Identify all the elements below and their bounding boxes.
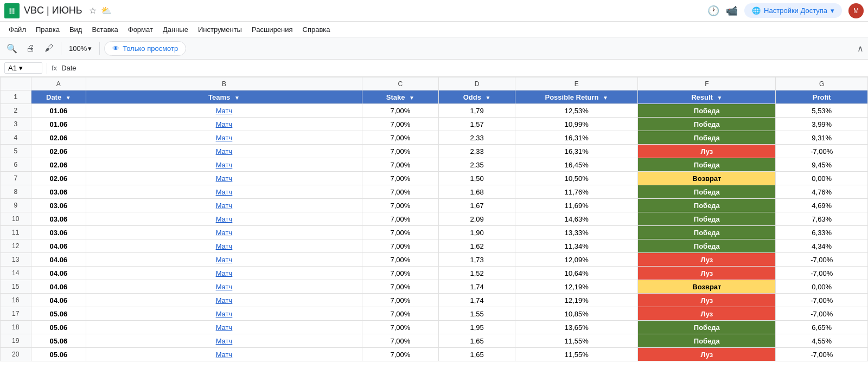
cell-date: 05.06 — [31, 334, 86, 348]
search-button[interactable]: 🔍 — [4, 41, 20, 56]
menu-tools[interactable]: Инструменты — [194, 24, 246, 35]
cell-teams[interactable]: Матч — [86, 131, 362, 145]
header-stake: Stake ▼ — [362, 90, 438, 104]
cell-teams[interactable]: Матч — [86, 104, 362, 118]
cell-teams[interactable]: Матч — [86, 267, 362, 280]
collapse-toolbar-icon[interactable]: ∧ — [857, 43, 864, 54]
table-row: 1103.06Матч7,00%1,9013,33%Победа6,33% — [1, 226, 868, 239]
cell-teams[interactable]: Матч — [86, 239, 362, 253]
cell-teams[interactable]: Матч — [86, 172, 362, 185]
formula-content: Date — [61, 64, 76, 72]
cell-profit: 6,65% — [776, 321, 868, 334]
menu-data[interactable]: Данные — [158, 24, 193, 35]
cell-teams[interactable]: Матч — [86, 280, 362, 294]
row-num-7: 7 — [1, 172, 31, 185]
row-num-15: 15 — [1, 280, 31, 294]
cell-teams[interactable]: Матч — [86, 307, 362, 321]
cell-teams[interactable]: Матч — [86, 334, 362, 348]
history-icon[interactable]: 🕐 — [707, 5, 719, 17]
cell-date: 03.06 — [31, 185, 86, 199]
app-icon — [4, 3, 20, 18]
table-row: 1905.06Матч7,00%1,6511,55%Победа4,55% — [1, 334, 868, 348]
menu-edit[interactable]: Правка — [31, 24, 64, 35]
col-header-g[interactable]: G — [776, 77, 868, 90]
avatar[interactable]: M — [848, 3, 864, 18]
video-icon[interactable]: 📹 — [726, 5, 738, 17]
header-teams: Teams ▼ — [86, 90, 362, 104]
col-header-d[interactable]: D — [438, 77, 515, 90]
row-num-1: 1 — [1, 90, 31, 104]
header-row: 1 Date ▼ Teams ▼ Stake ▼ Odds ▼ Possible… — [1, 90, 868, 104]
cell-result: Луз — [638, 267, 776, 280]
view-mode-button[interactable]: 👁 Только просмотр — [104, 41, 186, 56]
cell-teams[interactable]: Матч — [86, 226, 362, 239]
cell-teams[interactable]: Матч — [86, 185, 362, 199]
menu-format[interactable]: Формат — [124, 24, 157, 35]
row-num-14: 14 — [1, 267, 31, 280]
cell-stake: 7,00% — [362, 172, 438, 185]
cell-teams[interactable]: Матч — [86, 118, 362, 131]
header-date: Date ▼ — [31, 90, 86, 104]
filter-stake-icon[interactable]: ▼ — [409, 95, 414, 101]
cell-possible-return: 11,69% — [515, 199, 638, 212]
cell-reference-box[interactable]: A1 ▾ — [4, 62, 42, 74]
cell-teams[interactable]: Матч — [86, 348, 362, 361]
col-header-b[interactable]: B — [86, 77, 362, 90]
print-button[interactable]: 🖨 — [23, 41, 38, 56]
cell-result: Победа — [638, 118, 776, 131]
cell-possible-return: 11,76% — [515, 185, 638, 199]
cell-possible-return: 12,19% — [515, 280, 638, 294]
cell-result: Луз — [638, 348, 776, 361]
table-row: 1003.06Матч7,00%2,0914,63%Победа7,63% — [1, 212, 868, 226]
cell-teams[interactable]: Матч — [86, 253, 362, 267]
cell-teams[interactable]: Матч — [86, 294, 362, 307]
filter-teams-icon[interactable]: ▼ — [234, 95, 240, 101]
paint-format-button[interactable]: 🖌 — [41, 41, 56, 56]
cell-profit: 0,00% — [776, 172, 868, 185]
share-button[interactable]: 🌐 Настройки Доступа ▾ — [744, 3, 842, 18]
table-row: 502.06Матч7,00%2,3316,31%Луз-7,00% — [1, 145, 868, 158]
col-header-e[interactable]: E — [515, 77, 638, 90]
cell-stake: 7,00% — [362, 253, 438, 267]
cell-odds: 1,67 — [438, 199, 515, 212]
cell-stake: 7,00% — [362, 212, 438, 226]
star-icon[interactable]: ☆ — [89, 5, 97, 16]
separator-1 — [61, 42, 61, 55]
table-row: 1404.06Матч7,00%1,5210,64%Луз-7,00% — [1, 267, 868, 280]
table-row: 301.06Матч7,00%1,5710,99%Победа3,99% — [1, 118, 868, 131]
menu-help[interactable]: Справка — [298, 24, 335, 35]
cell-profit: 4,34% — [776, 239, 868, 253]
row-num-16: 16 — [1, 294, 31, 307]
cell-teams[interactable]: Матч — [86, 321, 362, 334]
spreadsheet-container[interactable]: A B C D E F G 1 Date ▼ Teams ▼ Stake ▼ — [0, 77, 868, 376]
cell-teams[interactable]: Матч — [86, 145, 362, 158]
cell-result: Луз — [638, 145, 776, 158]
zoom-control[interactable]: 100% ▾ — [66, 43, 95, 54]
cell-profit: -7,00% — [776, 267, 868, 280]
menu-view[interactable]: Вид — [65, 24, 87, 35]
filter-return-icon[interactable]: ▼ — [603, 95, 608, 101]
col-header-c[interactable]: C — [362, 77, 438, 90]
filter-date-icon[interactable]: ▼ — [66, 95, 71, 101]
cell-teams[interactable]: Матч — [86, 158, 362, 172]
filter-result-icon[interactable]: ▼ — [717, 95, 723, 101]
cell-date: 04.06 — [31, 253, 86, 267]
filter-odds-icon[interactable]: ▼ — [486, 95, 491, 101]
menu-extensions[interactable]: Расширения — [247, 24, 297, 35]
col-header-a[interactable]: A — [31, 77, 86, 90]
header-profit: Profit — [776, 90, 868, 104]
cell-stake: 7,00% — [362, 185, 438, 199]
menu-file[interactable]: Файл — [4, 24, 30, 35]
row-num-18: 18 — [1, 321, 31, 334]
dropdown-icon: ▾ — [831, 7, 834, 15]
header-odds: Odds ▼ — [438, 90, 515, 104]
cell-teams[interactable]: Матч — [86, 199, 362, 212]
cell-date: 01.06 — [31, 118, 86, 131]
table-row: 1705.06Матч7,00%1,5510,85%Луз-7,00% — [1, 307, 868, 321]
cell-teams[interactable]: Матч — [86, 212, 362, 226]
col-header-f[interactable]: F — [638, 77, 776, 90]
cell-profit: 7,63% — [776, 212, 868, 226]
menu-insert[interactable]: Вставка — [87, 24, 122, 35]
table-row: 803.06Матч7,00%1,6811,76%Победа4,76% — [1, 185, 868, 199]
cell-stake: 7,00% — [362, 294, 438, 307]
